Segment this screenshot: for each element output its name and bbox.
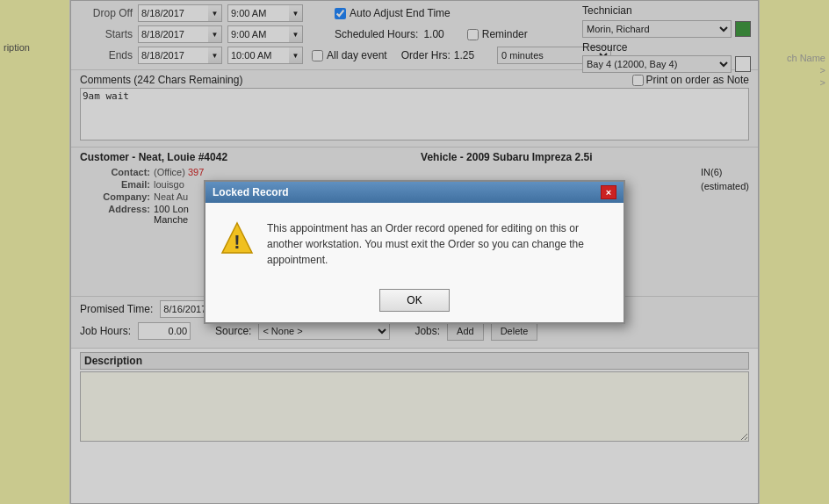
svg-text:!: ! bbox=[234, 231, 240, 253]
ok-button[interactable]: OK bbox=[379, 289, 449, 312]
modal-title: Locked Record bbox=[213, 186, 289, 198]
modal-message-line1: This appointment has an Order record ope… bbox=[267, 222, 579, 234]
modal-titlebar: Locked Record × bbox=[205, 182, 624, 203]
modal-overlay: Locked Record × ! This appointment has a… bbox=[0, 0, 829, 504]
modal-close-button[interactable]: × bbox=[601, 185, 616, 199]
locked-record-dialog: Locked Record × ! This appointment has a… bbox=[204, 180, 625, 324]
modal-message: This appointment has an Order record ope… bbox=[267, 220, 584, 268]
modal-body: ! This appointment has an Order record o… bbox=[205, 203, 624, 282]
warning-icon: ! bbox=[220, 220, 255, 258]
modal-message-line2: another workstation. You must exit the O… bbox=[267, 238, 584, 250]
modal-footer: OK bbox=[205, 282, 624, 322]
modal-message-line3: appointment. bbox=[267, 254, 328, 266]
